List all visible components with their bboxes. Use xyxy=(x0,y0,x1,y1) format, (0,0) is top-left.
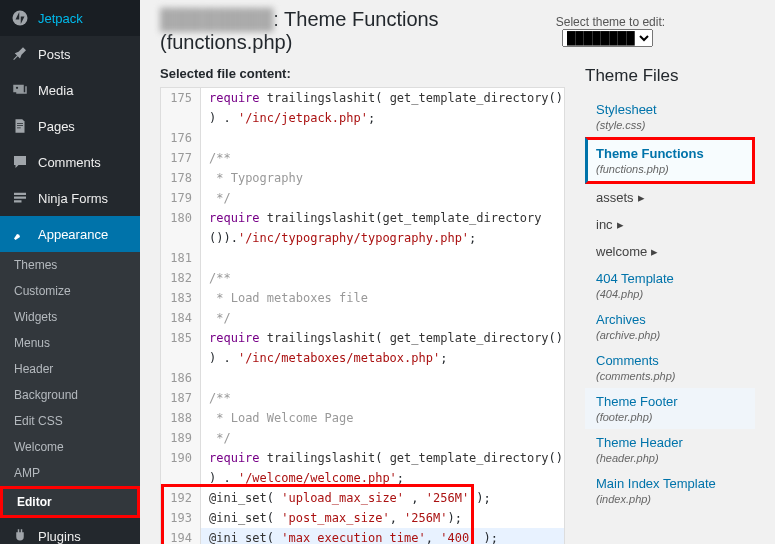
menu-pages[interactable]: Pages xyxy=(0,108,140,144)
code-line[interactable]: 178 * Typography xyxy=(161,168,564,188)
folder-item[interactable]: inc ▸ xyxy=(585,211,755,238)
code-line[interactable]: 192@ini_set( 'upload_max_size' , '256M' … xyxy=(161,488,564,508)
folder-item[interactable]: assets ▸ xyxy=(585,184,755,211)
file-item[interactable]: Archives(archive.php) xyxy=(585,306,755,347)
code-line[interactable]: 184 */ xyxy=(161,308,564,328)
submenu-widgets[interactable]: Widgets xyxy=(0,304,140,330)
theme-files-title: Theme Files xyxy=(585,66,755,86)
select-theme-label: Select theme to edit: xyxy=(556,15,665,29)
menu-jetpack[interactable]: Jetpack xyxy=(0,0,140,36)
submenu-welcome[interactable]: Welcome xyxy=(0,434,140,460)
code-line[interactable]: 180require trailingslashit(get_template_… xyxy=(161,208,564,248)
file-item[interactable]: Stylesheet(style.css) xyxy=(585,96,755,137)
submenu-themes[interactable]: Themes xyxy=(0,252,140,278)
folder-label: welcome xyxy=(596,244,647,259)
submenu-background[interactable]: Background xyxy=(0,382,140,408)
code-content[interactable]: */ xyxy=(201,428,564,448)
line-number: 183 xyxy=(161,288,201,308)
code-content[interactable] xyxy=(201,368,564,388)
menu-label: Media xyxy=(38,83,73,98)
code-line[interactable]: 185require trailingslashit( get_template… xyxy=(161,328,564,368)
code-content[interactable]: * Load Welcome Page xyxy=(201,408,564,428)
menu-label: Posts xyxy=(38,47,71,62)
file-item[interactable]: Theme Footer(footer.php) xyxy=(585,388,755,429)
menu-comments[interactable]: Comments xyxy=(0,144,140,180)
folder-label: inc xyxy=(596,217,613,232)
folder-item[interactable]: welcome ▸ xyxy=(585,238,755,265)
menu-media[interactable]: Media xyxy=(0,72,140,108)
code-line[interactable]: 176 xyxy=(161,128,564,148)
menu-label: Plugins xyxy=(38,529,81,544)
file-link[interactable]: Theme Functions xyxy=(596,146,704,161)
submenu-customize[interactable]: Customize xyxy=(0,278,140,304)
code-content[interactable]: require trailingslashit( get_template_di… xyxy=(201,88,564,128)
file-link[interactable]: 404 Template xyxy=(596,271,674,286)
code-line[interactable]: 190require trailingslashit( get_template… xyxy=(161,448,564,488)
code-line[interactable]: 186 xyxy=(161,368,564,388)
code-content[interactable]: * Typography xyxy=(201,168,564,188)
code-line[interactable]: 179 */ xyxy=(161,188,564,208)
submenu-header[interactable]: Header xyxy=(0,356,140,382)
code-line[interactable]: 194@ini_set( 'max_execution_time', '400'… xyxy=(161,528,564,544)
file-link[interactable]: Main Index Template xyxy=(596,476,716,491)
code-line[interactable]: 181 xyxy=(161,248,564,268)
file-link[interactable]: Comments xyxy=(596,353,659,368)
brush-icon xyxy=(10,224,30,244)
file-item[interactable]: Comments(comments.php) xyxy=(585,347,755,388)
line-number: 185 xyxy=(161,328,201,368)
code-content[interactable]: /** xyxy=(201,388,564,408)
submenu-editor[interactable]: Editor xyxy=(0,486,140,518)
file-item[interactable]: 404 Template(404.php) xyxy=(585,265,755,306)
line-number: 193 xyxy=(161,508,201,528)
code-line[interactable]: 193@ini_set( 'post_max_size', '256M'); xyxy=(161,508,564,528)
file-item[interactable]: Main Index Template(index.php) xyxy=(585,470,755,511)
code-editor[interactable]: 175require trailingslashit( get_template… xyxy=(160,87,565,544)
code-content[interactable]: require trailingslashit(get_template_dir… xyxy=(201,208,564,248)
submenu-menus[interactable]: Menus xyxy=(0,330,140,356)
menu-plugins[interactable]: Plugins xyxy=(0,518,140,544)
chevron-right-icon: ▸ xyxy=(617,217,624,232)
code-content[interactable]: @ini_set( 'max_execution_time', '400' ); xyxy=(201,528,564,544)
code-content[interactable]: @ini_set( 'post_max_size', '256M'); xyxy=(201,508,564,528)
file-item[interactable]: Theme Header(header.php) xyxy=(585,429,755,470)
code-content[interactable]: */ xyxy=(201,188,564,208)
svg-point-0 xyxy=(13,11,28,26)
file-link[interactable]: Theme Footer xyxy=(596,394,678,409)
menu-label: Comments xyxy=(38,155,101,170)
file-link[interactable]: Archives xyxy=(596,312,646,327)
code-content[interactable]: require trailingslashit( get_template_di… xyxy=(201,328,564,368)
file-sub: (comments.php) xyxy=(596,370,747,382)
menu-label: Appearance xyxy=(38,227,108,242)
code-line[interactable]: 183 * Load metaboxes file xyxy=(161,288,564,308)
page-title: ████████: Theme Functions (functions.php… xyxy=(160,8,556,54)
line-number: 189 xyxy=(161,428,201,448)
submenu-edit-css[interactable]: Edit CSS xyxy=(0,408,140,434)
code-content[interactable]: @ini_set( 'upload_max_size' , '256M' ); xyxy=(201,488,564,508)
code-content[interactable]: /** xyxy=(201,268,564,288)
file-sub: (header.php) xyxy=(596,452,747,464)
line-number: 187 xyxy=(161,388,201,408)
file-link[interactable]: Theme Header xyxy=(596,435,683,450)
code-line[interactable]: 188 * Load Welcome Page xyxy=(161,408,564,428)
menu-ninja-forms[interactable]: Ninja Forms xyxy=(0,180,140,216)
code-content[interactable] xyxy=(201,248,564,268)
code-content[interactable]: * Load metaboxes file xyxy=(201,288,564,308)
file-item[interactable]: Theme Functions(functions.php) xyxy=(585,137,755,184)
submenu-amp[interactable]: AMP xyxy=(0,460,140,486)
code-content[interactable] xyxy=(201,128,564,148)
file-sub: (footer.php) xyxy=(596,411,747,423)
theme-select[interactable]: ████████ xyxy=(562,29,653,47)
code-content[interactable]: /** xyxy=(201,148,564,168)
file-list: Stylesheet(style.css)Theme Functions(fun… xyxy=(585,96,755,511)
code-content[interactable]: */ xyxy=(201,308,564,328)
code-line[interactable]: 189 */ xyxy=(161,428,564,448)
pin-icon xyxy=(10,44,30,64)
code-line[interactable]: 177/** xyxy=(161,148,564,168)
menu-posts[interactable]: Posts xyxy=(0,36,140,72)
code-content[interactable]: require trailingslashit( get_template_di… xyxy=(201,448,564,488)
code-line[interactable]: 187/** xyxy=(161,388,564,408)
file-link[interactable]: Stylesheet xyxy=(596,102,657,117)
code-line[interactable]: 182/** xyxy=(161,268,564,288)
code-line[interactable]: 175require trailingslashit( get_template… xyxy=(161,88,564,128)
menu-appearance[interactable]: Appearance xyxy=(0,216,140,252)
